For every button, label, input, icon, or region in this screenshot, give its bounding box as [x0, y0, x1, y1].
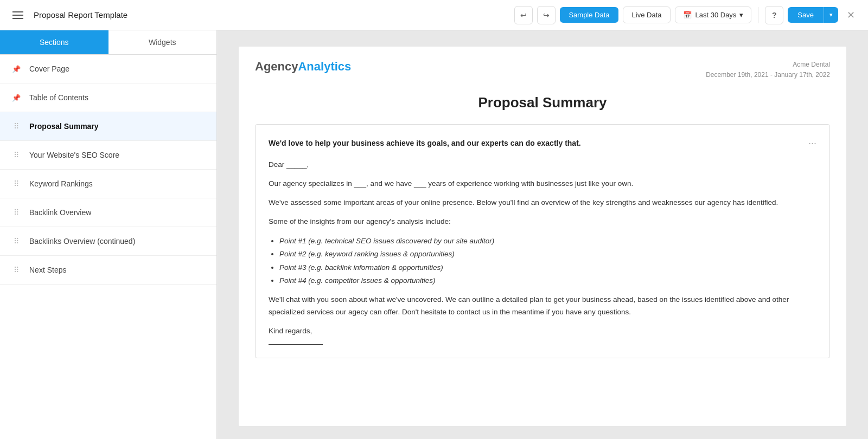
- page-title: Proposal Report Template: [34, 10, 508, 20]
- sidebar-items-list: 📌 Cover Page 📌 Table of Contents ⠿ Propo…: [0, 55, 216, 439]
- chevron-down-icon: ▾: [739, 11, 743, 19]
- sidebar-item-table-of-contents[interactable]: 📌 Table of Contents: [0, 83, 216, 112]
- drag-icon: ⠿: [11, 208, 22, 217]
- date-range-label: Last 30 Days: [695, 11, 736, 19]
- report-card: AgencyAnalytics Acme Dental December 19t…: [239, 47, 846, 426]
- proposal-box-title: We'd love to help your business achieve …: [269, 138, 581, 149]
- sidebar-item-backlinks-continued[interactable]: ⠿ Backlinks Overview (continued): [0, 227, 216, 256]
- client-name: Acme Dental: [706, 60, 830, 70]
- save-dropdown-button[interactable]: ▾: [824, 7, 838, 23]
- brand-analytics: Analytics: [298, 60, 351, 73]
- sidebar-item-label: Next Steps: [29, 266, 66, 274]
- help-button[interactable]: ?: [765, 6, 783, 24]
- sidebar-item-seo-score[interactable]: ⠿ Your Website's SEO Score: [0, 141, 216, 170]
- sidebar-item-label: Your Website's SEO Score: [29, 151, 119, 159]
- sidebar-item-cover-page[interactable]: 📌 Cover Page: [0, 55, 216, 83]
- undo-button[interactable]: ↩: [514, 6, 533, 24]
- proposal-box-header: We'd love to help your business achieve …: [269, 138, 816, 149]
- pin-icon: 📌: [11, 65, 22, 73]
- drag-icon: ⠿: [11, 179, 22, 188]
- calendar-icon: 📅: [683, 11, 692, 19]
- hamburger-menu[interactable]: [9, 6, 27, 24]
- sidebar-item-label: Backlink Overview: [29, 208, 91, 217]
- sidebar-tabs: Sections Widgets: [0, 30, 216, 55]
- sidebar-item-label: Table of Contents: [29, 93, 88, 102]
- report-content-area: AgencyAnalytics Acme Dental December 19t…: [217, 30, 868, 439]
- save-button[interactable]: Save: [788, 7, 824, 23]
- signature-line: [269, 344, 323, 345]
- save-button-group: Save ▾: [788, 7, 838, 23]
- proposal-bullet-list: Point #1 (e.g. technical SEO issues disc…: [279, 235, 816, 287]
- list-item: Point #1 (e.g. technical SEO issues disc…: [279, 235, 816, 248]
- sidebar-item-keyword-rankings[interactable]: ⠿ Keyword Rankings: [0, 170, 216, 198]
- drag-icon: ⠿: [11, 122, 22, 131]
- report-page-title: Proposal Summary: [255, 94, 830, 111]
- sidebar-item-label: Proposal Summary: [29, 122, 99, 131]
- sidebar-item-proposal-summary[interactable]: ⠿ Proposal Summary: [0, 112, 216, 141]
- date-range-picker[interactable]: 📅 Last 30 Days ▾: [675, 7, 751, 23]
- proposal-para2: Our agency specializes in ___, and we ha…: [269, 178, 816, 190]
- sidebar-item-next-steps[interactable]: ⠿ Next Steps: [0, 256, 216, 285]
- sidebar-item-label: Cover Page: [29, 64, 69, 73]
- main-layout: Sections Widgets 📌 Cover Page 📌 Table of…: [0, 30, 868, 439]
- drag-icon: ⠿: [11, 266, 22, 274]
- sidebar: Sections Widgets 📌 Cover Page 📌 Table of…: [0, 30, 217, 439]
- proposal-para6: Kind regards,: [269, 325, 816, 338]
- sidebar-item-label: Backlinks Overview (continued): [29, 237, 135, 246]
- report-header: AgencyAnalytics Acme Dental December 19t…: [239, 47, 846, 89]
- list-item: Point #4 (e.g. competitor issues & oppor…: [279, 274, 816, 287]
- more-options-icon[interactable]: ···: [808, 138, 816, 149]
- sidebar-item-backlink-overview[interactable]: ⠿ Backlink Overview: [0, 198, 216, 227]
- proposal-para3: We've assessed some important areas of y…: [269, 197, 816, 209]
- report-meta: Acme Dental December 19th, 2021 - Januar…: [706, 60, 830, 80]
- sample-data-button[interactable]: Sample Data: [560, 7, 618, 23]
- pin-icon: 📌: [11, 94, 22, 102]
- report-body: Proposal Summary We'd love to help your …: [239, 89, 846, 375]
- sidebar-item-label: Keyword Rankings: [29, 179, 93, 188]
- redo-button[interactable]: ↪: [537, 6, 556, 24]
- proposal-summary-box: We'd love to help your business achieve …: [255, 124, 830, 358]
- divider: [758, 7, 758, 23]
- list-item: Point #2 (e.g. keyword ranking issues & …: [279, 248, 816, 261]
- brand-agency: Agency: [255, 60, 298, 73]
- drag-icon: ⠿: [11, 237, 22, 246]
- live-data-button[interactable]: Live Data: [623, 7, 671, 23]
- report-date-range: December 19th, 2021 - January 17th, 2022: [706, 70, 830, 80]
- brand-logo: AgencyAnalytics: [255, 60, 351, 74]
- close-button[interactable]: ✕: [843, 7, 859, 23]
- proposal-para4: Some of the insights from our agency's a…: [269, 216, 816, 228]
- tab-sections[interactable]: Sections: [0, 30, 108, 54]
- proposal-para5: We'll chat with you soon about what we'v…: [269, 294, 816, 319]
- app-header: Proposal Report Template ↩ ↪ Sample Data…: [0, 0, 868, 30]
- header-actions: ↩ ↪ Sample Data Live Data 📅 Last 30 Days…: [514, 6, 859, 24]
- drag-icon: ⠿: [11, 151, 22, 159]
- proposal-para1: Dear _____,: [269, 159, 816, 171]
- tab-widgets[interactable]: Widgets: [108, 30, 217, 54]
- list-item: Point #3 (e.g. backlink information & op…: [279, 261, 816, 274]
